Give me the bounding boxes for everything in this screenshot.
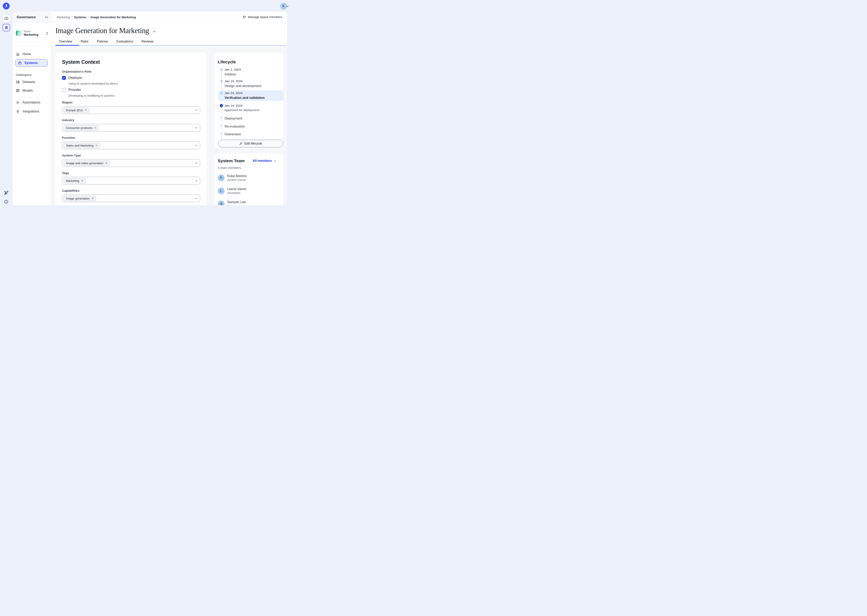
datasets-icon	[16, 80, 20, 84]
member-name: Kuba Martins	[227, 174, 247, 178]
sidebar-section-catalogues: Catalogues	[16, 73, 32, 76]
field-function: Function Sales and Marketing	[62, 136, 200, 149]
content-header: Marketing / Systems / Image Generation f…	[51, 12, 287, 23]
library-rail-button[interactable]	[3, 15, 10, 22]
plug-icon	[16, 110, 20, 113]
timeline-dot-hollow	[220, 132, 222, 135]
title-chevron-down-icon[interactable]	[152, 28, 156, 33]
provider-checkbox[interactable]	[62, 88, 66, 92]
tab-policies[interactable]: Policies	[93, 37, 111, 46]
governance-rail-button[interactable]	[3, 24, 10, 31]
team-heading: System Team	[218, 159, 244, 163]
icon-rail	[0, 0, 13, 205]
chevron-down-icon[interactable]	[195, 179, 198, 182]
capabilities-select[interactable]: Image generation	[62, 195, 200, 202]
chip-remove-icon[interactable]	[85, 109, 87, 111]
member-role: Developer	[227, 191, 246, 195]
breadcrumb-current: Image Generation for Marketing	[90, 16, 136, 19]
section-heading: System Context	[62, 59, 200, 65]
role-deployer: Deployer	[62, 76, 200, 80]
industry-select[interactable]: Consumer products	[62, 124, 200, 132]
chevron-down-icon[interactable]	[195, 197, 198, 200]
sidebar-item-automations[interactable]: Automations	[16, 99, 40, 106]
sidebar-item-label: Home	[22, 52, 31, 56]
info-icon[interactable]	[4, 200, 8, 204]
chevron-down-icon[interactable]	[195, 144, 198, 147]
logo-icon	[4, 4, 8, 8]
timeline-dot	[220, 80, 223, 83]
tags-select[interactable]: Marketing	[62, 177, 200, 184]
field-capabilities: Capabilities Image generation	[62, 189, 200, 202]
lifecycle-event[interactable]: Jan 10, 2024 Design and development	[225, 79, 280, 88]
chip-remove-icon[interactable]	[95, 144, 98, 146]
tab-reviews[interactable]: Reviews	[138, 37, 157, 46]
collapse-sidebar-icon[interactable]	[44, 16, 48, 19]
tab-risks[interactable]: Risks	[77, 37, 92, 46]
tab-overview[interactable]: Overview	[55, 37, 76, 46]
space-selector[interactable]: Space Marketing	[16, 28, 49, 39]
all-members-link[interactable]: All members	[253, 159, 276, 163]
chip-remove-icon[interactable]	[91, 197, 94, 200]
breadcrumb-item[interactable]: Marketing	[57, 16, 70, 19]
region-select[interactable]: Europe (EU)	[62, 106, 200, 114]
lifecycle-event[interactable]: Re-evaluation	[225, 124, 280, 128]
manage-space-members-button[interactable]: Manage space members	[243, 15, 282, 19]
breadcrumb-item[interactable]: Systems	[74, 16, 87, 19]
select-divider	[192, 178, 192, 183]
deployer-label: Deployer	[68, 76, 82, 80]
timeline-dot-hollow	[220, 116, 222, 119]
lifecycle-heading: Lifecycle	[218, 60, 280, 64]
function-select[interactable]: Sales and Marketing	[62, 141, 200, 149]
team-member-row[interactable]: L Leena Vainio Developer	[218, 187, 277, 195]
timeline-dot-hollow	[220, 124, 222, 127]
sidebar-item-home[interactable]: Home	[16, 51, 31, 57]
system-type-chip: Image and video generation	[64, 160, 110, 166]
space-name: Marketing	[24, 33, 43, 36]
chevron-down-icon[interactable]	[195, 126, 198, 129]
system-context-card: System Context Organisation’s Role Deplo…	[55, 52, 207, 205]
sidebar-item-integrations[interactable]: Integrations	[16, 108, 39, 115]
select-divider	[192, 143, 192, 148]
org-role-label: Organisation’s Role	[62, 70, 200, 73]
chevron-right-icon	[274, 160, 276, 162]
sidebar-item-label: Datasets	[22, 80, 35, 84]
chevron-down-icon[interactable]	[195, 108, 198, 112]
tags-chip: Marketing	[64, 178, 86, 184]
industry-chip: Consumer products	[64, 125, 99, 130]
region-chip: Europe (EU)	[64, 107, 89, 113]
member-role: System Owner	[227, 178, 247, 182]
tab-evaluations[interactable]: Evaluations	[113, 37, 137, 46]
lifecycle-event-current[interactable]: Jan 24, 2024 Verifcation and validation	[225, 91, 280, 100]
team-count: 5 team members	[218, 166, 277, 170]
team-member-row[interactable]: S Samyan Lee Reviewer	[218, 200, 277, 205]
sidebar-item-models[interactable]: Models	[16, 87, 33, 94]
sidebar-item-systems[interactable]: Systems	[16, 59, 47, 67]
app-logo[interactable]	[3, 3, 9, 9]
deployer-checkbox[interactable]	[62, 76, 66, 80]
sidebar-item-datasets[interactable]: Datasets	[16, 79, 35, 85]
team-member-row[interactable]: K Kuba Martins System Owner	[218, 174, 277, 182]
lifecycle-event[interactable]: Deployment	[225, 116, 280, 120]
sidebar-header: Governance	[13, 12, 51, 23]
user-menu-chevron-icon[interactable]	[286, 5, 289, 8]
chevron-down-icon[interactable]	[195, 162, 198, 165]
system-type-select[interactable]: Image and video generation	[62, 159, 200, 167]
member-name: Samyan Lee	[227, 200, 246, 204]
timeline-dot	[220, 92, 223, 95]
lifecycle-event[interactable]: Retirement	[225, 132, 280, 136]
chip-remove-icon[interactable]	[105, 162, 107, 164]
space-kind-label: Space	[24, 30, 43, 33]
role-provider: Provider	[62, 88, 200, 92]
field-industry: Industry Consumer products	[62, 118, 200, 132]
lifecycle-event[interactable]: Jan 14, 2024 Approved for deployment	[225, 104, 280, 112]
member-name: Leena Vainio	[227, 187, 246, 191]
lifecycle-event[interactable]: Jan 1, 2024 Initation	[225, 68, 280, 76]
edit-lifecycle-button[interactable]: Edit lifecycle	[218, 140, 283, 148]
sidebar-item-label: Integrations	[22, 110, 39, 113]
chip-remove-icon[interactable]	[81, 179, 84, 182]
chip-remove-icon[interactable]	[94, 127, 96, 129]
function-chip: Sales and Marketing	[64, 143, 100, 148]
play-icon	[16, 101, 20, 104]
tools-icon[interactable]	[4, 191, 8, 195]
lifecycle-card: Lifecycle Jan 1, 2024 Initation Jan 10, …	[214, 52, 284, 148]
